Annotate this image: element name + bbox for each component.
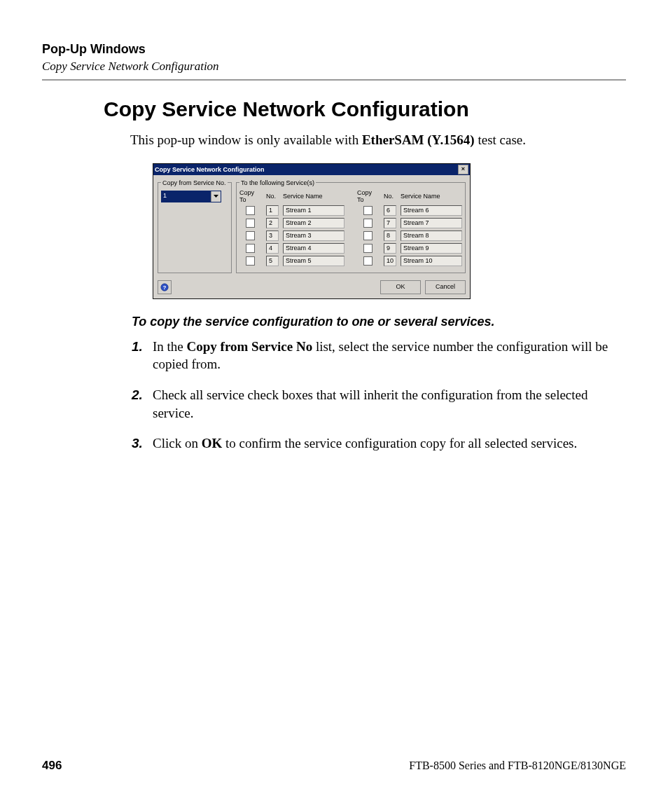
- service-name: Stream 2: [283, 218, 345, 228]
- product-name: FTB-8500 Series and FTB-8120NGE/8130NGE: [409, 759, 626, 772]
- service-no: 3: [266, 230, 279, 241]
- service-checkbox[interactable]: [246, 206, 255, 215]
- step-bold: Copy from Service No: [187, 339, 313, 354]
- ok-button[interactable]: OK: [380, 280, 421, 294]
- header-copyto: Copy To: [357, 189, 380, 203]
- service-name: Stream 9: [401, 243, 462, 254]
- dialog-titlebar: Copy Service Network Configuration ×: [153, 164, 470, 175]
- copy-from-service-dropdown[interactable]: 1: [161, 191, 221, 202]
- step-2: Check all service check boxes that will …: [132, 386, 626, 422]
- intro-paragraph: This pop-up window is only available wit…: [130, 131, 626, 149]
- procedure-steps: In the Copy from Service No list, select…: [132, 338, 626, 453]
- service-row: 1 Stream 1: [239, 205, 345, 216]
- header-name: Service Name: [283, 193, 345, 200]
- cancel-button[interactable]: Cancel: [425, 280, 466, 294]
- dialog-body: Copy from Service No. 1 To the following…: [153, 175, 470, 277]
- service-row: 4 Stream 4: [239, 243, 345, 254]
- dialog-title: Copy Service Network Configuration: [155, 166, 265, 173]
- copy-service-dialog: Copy Service Network Configuration × Cop…: [153, 163, 471, 299]
- service-row: 6 Stream 6: [357, 205, 462, 216]
- header-no: No.: [384, 193, 396, 200]
- service-checkbox[interactable]: [363, 231, 373, 240]
- intro-prefix: This pop-up window is only available wit…: [130, 132, 362, 147]
- svg-marker-0: [214, 195, 218, 198]
- copy-to-legend: To the following Service(s): [239, 179, 316, 186]
- service-no: 8: [384, 230, 396, 241]
- service-no: 1: [266, 205, 279, 216]
- service-checkbox[interactable]: [363, 256, 373, 266]
- page-number: 496: [42, 759, 62, 773]
- service-checkbox[interactable]: [246, 219, 255, 228]
- service-no: 9: [384, 243, 396, 254]
- step-text: Check all service check boxes that will …: [153, 387, 588, 420]
- service-checkbox[interactable]: [246, 231, 255, 240]
- service-no: 10: [384, 256, 396, 266]
- service-column-left: Copy To No. Service Name 1 Stream 1: [239, 189, 345, 268]
- copy-from-legend: Copy from Service No.: [161, 179, 228, 186]
- service-name: Stream 1: [283, 205, 345, 216]
- service-name: Stream 5: [283, 256, 345, 266]
- step-1: In the Copy from Service No list, select…: [132, 338, 626, 373]
- step-bold: OK: [202, 436, 223, 450]
- service-name: Stream 10: [401, 256, 462, 266]
- service-checkbox[interactable]: [246, 244, 255, 253]
- procedure-heading: To copy the service configuration to one…: [132, 315, 626, 329]
- header-copyto: Copy To: [239, 189, 262, 203]
- service-no: 7: [384, 218, 396, 228]
- service-checkbox[interactable]: [363, 244, 373, 253]
- intro-bold: EtherSAM (Y.1564): [362, 132, 475, 147]
- running-header-subsection: Copy Service Network Configuration: [42, 60, 626, 74]
- service-no: 6: [384, 205, 396, 216]
- service-columns: Copy To No. Service Name 1 Stream 1: [239, 189, 462, 268]
- service-name: Stream 3: [283, 230, 345, 241]
- service-column-header: Copy To No. Service Name: [239, 189, 345, 203]
- service-checkbox[interactable]: [246, 256, 255, 266]
- svg-text:?: ?: [163, 284, 167, 291]
- service-name: Stream 7: [401, 218, 462, 228]
- copy-from-value: 1: [162, 191, 211, 202]
- help-icon: ?: [160, 283, 169, 291]
- service-row: 7 Stream 7: [357, 218, 462, 228]
- step-3: Click on OK to confirm the service confi…: [132, 434, 626, 453]
- copy-to-fieldset: To the following Service(s) Copy To No. …: [236, 179, 466, 273]
- service-column-right: Copy To No. Service Name 6 Stream 6: [357, 189, 462, 268]
- service-row: 10 Stream 10: [357, 256, 462, 266]
- service-name: Stream 6: [401, 205, 462, 216]
- dialog-screenshot: Copy Service Network Configuration × Cop…: [153, 163, 626, 299]
- service-name: Stream 4: [283, 243, 345, 254]
- close-icon: ×: [461, 165, 465, 172]
- dialog-footer: ? OK Cancel: [153, 277, 470, 298]
- service-row: 5 Stream 5: [239, 256, 345, 266]
- service-name: Stream 8: [401, 230, 462, 241]
- running-header-section: Pop-Up Windows: [42, 42, 626, 57]
- service-no: 5: [266, 256, 279, 266]
- header-no: No.: [266, 193, 279, 200]
- step-text: Click on: [153, 436, 202, 450]
- chevron-down-icon: [214, 195, 218, 198]
- service-row: 3 Stream 3: [239, 230, 345, 241]
- document-page: Pop-Up Windows Copy Service Network Conf…: [0, 0, 668, 812]
- service-checkbox[interactable]: [363, 219, 373, 228]
- header-rule: [42, 79, 626, 81]
- service-no: 2: [266, 218, 279, 228]
- service-no: 4: [266, 243, 279, 254]
- page-title: Copy Service Network Configuration: [104, 97, 626, 121]
- dropdown-button[interactable]: [211, 191, 221, 202]
- page-footer: 496 FTB-8500 Series and FTB-8120NGE/8130…: [42, 759, 626, 773]
- step-text: In the: [153, 339, 187, 354]
- copy-from-fieldset: Copy from Service No. 1: [158, 179, 232, 273]
- header-name: Service Name: [401, 193, 462, 200]
- service-column-header: Copy To No. Service Name: [357, 189, 462, 203]
- service-row: 9 Stream 9: [357, 243, 462, 254]
- service-checkbox[interactable]: [363, 206, 373, 215]
- service-row: 8 Stream 8: [357, 230, 462, 241]
- help-button[interactable]: ?: [158, 280, 172, 294]
- close-button[interactable]: ×: [458, 165, 468, 174]
- step-text: to confirm the service configuration cop…: [222, 436, 577, 450]
- intro-suffix: test case.: [475, 132, 526, 147]
- service-row: 2 Stream 2: [239, 218, 345, 228]
